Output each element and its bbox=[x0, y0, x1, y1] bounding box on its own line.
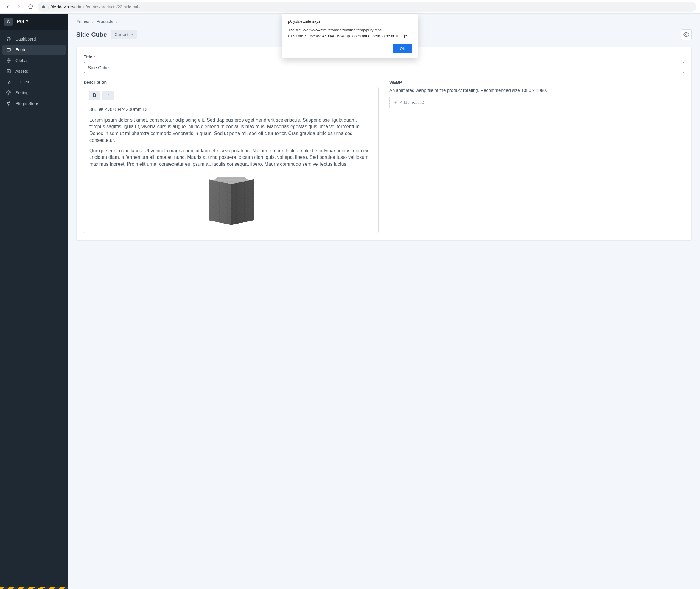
breadcrumb-link[interactable]: Products bbox=[96, 19, 113, 24]
gauge-icon bbox=[6, 36, 11, 42]
sidebar-item-globals[interactable]: Globals bbox=[2, 55, 65, 65]
bold-button[interactable]: B bbox=[89, 91, 100, 100]
dialog-title: p0ly.ddev.site says bbox=[288, 19, 412, 24]
dimensions-line: 300 W x 300 H x 300mm D bbox=[89, 107, 373, 113]
sidebar-item-label: Assets bbox=[15, 69, 28, 73]
svg-point-5 bbox=[8, 92, 9, 93]
chevron-right-icon: › bbox=[92, 19, 94, 24]
sidebar: C P0LY Dashboard Entries Globals Assets bbox=[0, 14, 68, 589]
nav-list: Dashboard Entries Globals Assets Utiliti… bbox=[0, 30, 68, 113]
eye-icon bbox=[683, 32, 689, 37]
sidebar-item-label: Dashboard bbox=[15, 37, 36, 41]
plug-icon bbox=[6, 101, 11, 106]
rte-toolbar: B I bbox=[84, 87, 378, 103]
required-mark: * bbox=[93, 54, 95, 59]
reload-button[interactable] bbox=[26, 3, 35, 11]
chevron-right-icon: › bbox=[116, 19, 118, 24]
add-asset-button[interactable]: Add an asset bbox=[389, 97, 468, 108]
cube-illustration bbox=[209, 177, 254, 225]
entry-form: Title * Description B I 300 W bbox=[76, 47, 692, 240]
url-text: p0ly.ddev.site/admin/entries/products/23… bbox=[48, 4, 142, 9]
brand-logo: C bbox=[4, 18, 12, 26]
preview-button[interactable] bbox=[681, 29, 692, 40]
sidebar-item-label: Globals bbox=[15, 58, 29, 63]
image-icon bbox=[6, 68, 11, 74]
plus-icon bbox=[394, 101, 397, 104]
italic-button[interactable]: I bbox=[102, 91, 114, 100]
sidebar-item-label: Entries bbox=[15, 47, 29, 52]
product-image bbox=[89, 171, 373, 227]
dialog-message: The file "/var/www/html/storage/runtime/… bbox=[288, 27, 412, 39]
rte-body[interactable]: 300 W x 300 H x 300mm D Lorem ipsum dolo… bbox=[84, 103, 378, 233]
revision-label: Current bbox=[115, 32, 129, 37]
sidebar-item-settings[interactable]: Settings bbox=[2, 87, 65, 98]
rich-text-editor: B I 300 W x 300 H x 300mm D Lorem ipsum … bbox=[84, 87, 379, 233]
sidebar-brand[interactable]: C P0LY bbox=[0, 14, 68, 30]
brand-name: P0LY bbox=[17, 19, 29, 24]
svg-rect-1 bbox=[7, 48, 10, 51]
sidebar-item-label: Utilities bbox=[15, 79, 29, 84]
breadcrumb-link[interactable]: Entries bbox=[76, 19, 89, 24]
sidebar-item-plugin-store[interactable]: Plugin Store bbox=[2, 99, 65, 109]
revision-selector[interactable]: Current bbox=[111, 30, 137, 39]
wrench-icon bbox=[6, 79, 11, 85]
upload-progress bbox=[413, 102, 472, 104]
globe-icon bbox=[6, 58, 11, 63]
sidebar-item-label: Plugin Store bbox=[15, 101, 38, 106]
page-title: Side Cube bbox=[76, 31, 107, 38]
sidebar-item-utilities[interactable]: Utilities bbox=[2, 77, 65, 87]
alert-dialog: p0ly.ddev.site says The file "/var/www/h… bbox=[282, 14, 418, 58]
gear-icon bbox=[6, 90, 11, 95]
forward-button[interactable] bbox=[15, 3, 23, 11]
browser-chrome: p0ly.ddev.site/admin/entries/products/23… bbox=[0, 0, 700, 14]
svg-point-6 bbox=[686, 34, 687, 35]
url-bar[interactable]: p0ly.ddev.site/admin/entries/products/23… bbox=[37, 2, 696, 12]
description-paragraph: Quisque eget nunc lacus. Ut vehicula mag… bbox=[89, 148, 373, 168]
main-content: Entries › Products › Side Cube Current T… bbox=[68, 14, 700, 589]
webp-description: An animated webp file of the product rot… bbox=[389, 87, 684, 93]
sidebar-item-assets[interactable]: Assets bbox=[2, 66, 65, 76]
webp-label: WEBP bbox=[389, 80, 684, 85]
description-paragraph: Lorem ipsum dolor sit amet, consectetur … bbox=[89, 117, 373, 144]
chevron-down-icon bbox=[130, 33, 133, 36]
hazard-stripe bbox=[0, 587, 68, 589]
lock-icon bbox=[42, 5, 45, 9]
sidebar-item-label: Settings bbox=[15, 90, 31, 95]
ok-button[interactable]: OK bbox=[393, 44, 412, 53]
entries-icon bbox=[6, 47, 11, 52]
back-button[interactable] bbox=[4, 3, 12, 11]
sidebar-item-dashboard[interactable]: Dashboard bbox=[2, 34, 65, 44]
sidebar-item-entries[interactable]: Entries bbox=[2, 45, 65, 55]
title-input[interactable] bbox=[84, 62, 684, 73]
description-label: Description bbox=[84, 80, 379, 85]
